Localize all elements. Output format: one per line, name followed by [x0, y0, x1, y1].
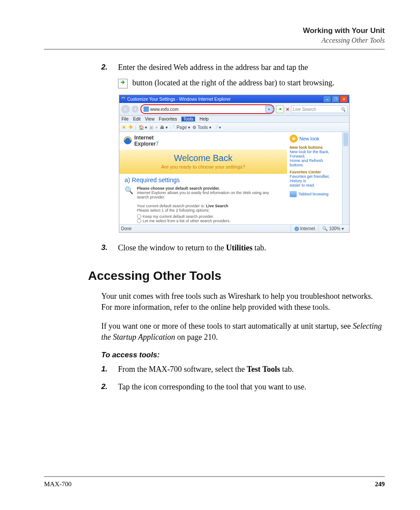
back-button[interactable] — [121, 105, 130, 114]
feeds-icon[interactable]: ▣ — [149, 125, 153, 130]
window-title: Customize Your Settings - Windows Intern… — [127, 97, 323, 102]
req-bold: Please choose your default search provid… — [137, 186, 220, 191]
ie-toolbar: ★ ✚ | 🏠 ▾ ▣ ▾ 🖶 ▾ 📄 Page ▾ ⚙ Tools ▾ ❔▾ — [119, 123, 349, 132]
step3-text-b: Utilities — [226, 243, 252, 252]
step-number: 3. — [101, 242, 118, 253]
close-button[interactable]: ✕ — [340, 95, 348, 103]
step-number: 1. — [101, 364, 118, 375]
menu-favorites[interactable]: Favorites — [159, 117, 177, 121]
search-box[interactable]: Live Search 🔍 — [291, 105, 347, 113]
sidebar-block2-l1[interactable]: Favorites get friendlier, — [290, 174, 339, 179]
step-3: 3. Close the window to return to the Uti… — [101, 242, 385, 253]
favorites-star-icon[interactable]: ★ — [122, 124, 126, 130]
sidebar-block2-l3[interactable]: easier to read. — [290, 183, 339, 187]
menu-tools[interactable]: Tools — [181, 117, 195, 121]
home-icon[interactable]: 🏠 ▾ — [139, 125, 147, 130]
sidebar-block2-title: Favorites Center — [290, 170, 339, 174]
globe-icon — [295, 227, 299, 231]
sidebar-block1-l4[interactable]: buttons. — [290, 163, 339, 167]
sidebar-block1-title: New look buttons — [290, 145, 339, 150]
welcome-back-heading: Welcome Back — [119, 153, 287, 163]
sidebar-block1-l2[interactable]: Forward, — [290, 154, 339, 158]
help-icon[interactable]: ❔▾ — [214, 125, 221, 130]
sidebar-block1-l3[interactable]: Home and Refresh — [290, 158, 339, 163]
search-go-icon[interactable]: 🔍 — [340, 107, 346, 112]
step2-line2: button (located at the right of the addr… — [130, 78, 334, 87]
ie-main-content: Internet Explorer7 Welcome Back Are you … — [119, 132, 287, 224]
ie-logo-icon — [123, 136, 133, 146]
welcome-subtext: Are you ready to choose your settings? — [119, 164, 287, 169]
req-body3: Please select 1 of the 2 following optio… — [137, 208, 210, 213]
tools-menu[interactable]: ⚙ Tools ▾ — [192, 125, 211, 130]
ie-navbar: www.exfo.com ▾ ✕ Live Search 🔍 — [119, 103, 349, 116]
sidebar-block1-l1[interactable]: New look for the Back, — [290, 150, 339, 154]
stop-button[interactable]: ✕ — [286, 107, 289, 112]
star-badge-icon: ★ — [290, 135, 298, 143]
go-button[interactable] — [276, 105, 284, 113]
ie-menubar: File Edit View Favorites Tools Help — [119, 116, 349, 123]
para-1: Your unit comes with free tools such as … — [101, 291, 385, 313]
header-subtitle: Accessing Other Tools — [44, 37, 385, 44]
ie-statusbar: Done Internet 🔍 100% ▾ — [119, 224, 349, 232]
menu-help[interactable]: Help — [199, 117, 209, 121]
add-favorites-icon[interactable]: ✚ — [129, 124, 133, 130]
tabbed-browsing-icon — [290, 191, 297, 197]
maximize-button[interactable]: ❐ — [332, 95, 339, 103]
header-rule — [44, 49, 385, 50]
ie-titlebar: Customize Your Settings - Windows Intern… — [119, 95, 349, 103]
vertical-scrollbar[interactable] — [342, 132, 349, 224]
ie-logo-version: 7 — [156, 141, 159, 147]
ie-favicon-icon — [121, 96, 126, 102]
page-icon — [144, 106, 149, 112]
req-body2b: Live Search — [206, 204, 228, 208]
radio-icon — [137, 214, 141, 219]
para-2: If you want one or more of these tools t… — [101, 321, 385, 343]
scrollbar-thumb[interactable] — [343, 133, 348, 146]
print-icon[interactable]: 🖶 ▾ — [160, 125, 168, 130]
option-keep-current[interactable]: Keep my current default search provider. — [137, 214, 282, 219]
sidebar-newlook-link[interactable]: New look — [299, 136, 319, 141]
minimize-button[interactable]: ‒ — [323, 95, 331, 103]
status-zoom[interactable]: 🔍 100% ▾ — [318, 225, 347, 232]
footer-product: MAX-700 — [44, 481, 72, 488]
step3-text-c: tab. — [252, 243, 266, 252]
req-body1: Internet Explorer allows you to easily f… — [137, 191, 269, 199]
access-step-2: 2. Tap the icon corresponding to the too… — [101, 382, 385, 393]
ie7-screenshot: Customize Your Settings - Windows Intern… — [119, 95, 350, 233]
page-number: 249 — [375, 481, 385, 488]
required-settings-heading: a) Required settings — [119, 174, 287, 186]
sidebar-block2-l2[interactable]: History is — [290, 179, 339, 183]
sidebar-tabbed-link[interactable]: Tabbed browsing — [298, 192, 328, 196]
to-access-tools-heading: To access tools: — [101, 351, 385, 360]
step2-line1: Enter the desired Web address in the add… — [118, 63, 308, 72]
test-tools-bold: Test Tools — [247, 365, 280, 374]
section-heading: Accessing Other Tools — [88, 269, 385, 283]
address-dropdown-button[interactable]: ▾ — [265, 106, 273, 113]
ie-sidebar: ★ New look New look buttons New look for… — [287, 132, 342, 224]
option-select-other[interactable]: Let me select from a list of other searc… — [137, 219, 282, 223]
status-done: Done — [121, 226, 132, 231]
menu-edit[interactable]: Edit — [133, 117, 140, 121]
search-placeholder: Live Search — [293, 107, 316, 112]
radio-icon — [137, 219, 141, 223]
ie-logo-text2: Explorer — [134, 141, 156, 147]
req-body2a: Your current default search provider is: — [137, 204, 206, 208]
step-2: 2. Enter the desired Web address in the … — [101, 62, 385, 88]
access-step-1: 1. From the MAX-700 software, select the… — [101, 364, 385, 375]
step-number: 2. — [101, 62, 118, 88]
address-bar[interactable]: www.exfo.com ▾ — [140, 104, 274, 114]
magnifier-icon: 🔍 — [125, 186, 133, 223]
menu-view[interactable]: View — [145, 117, 155, 121]
step-number: 2. — [101, 382, 118, 393]
menu-file[interactable]: File — [122, 117, 129, 121]
header-title: Working with Your Unit — [44, 26, 385, 35]
go-arrow-icon — [118, 79, 128, 88]
ie-logo-text1: Internet — [134, 135, 154, 141]
status-zone-internet: Internet — [291, 225, 319, 232]
step3-text-a: Close the window to return to the — [118, 243, 226, 252]
page-menu[interactable]: 📄 Page ▾ — [170, 125, 190, 130]
address-text: www.exfo.com — [150, 107, 265, 112]
page-footer: MAX-700 249 — [44, 476, 385, 488]
forward-button[interactable] — [132, 106, 139, 113]
